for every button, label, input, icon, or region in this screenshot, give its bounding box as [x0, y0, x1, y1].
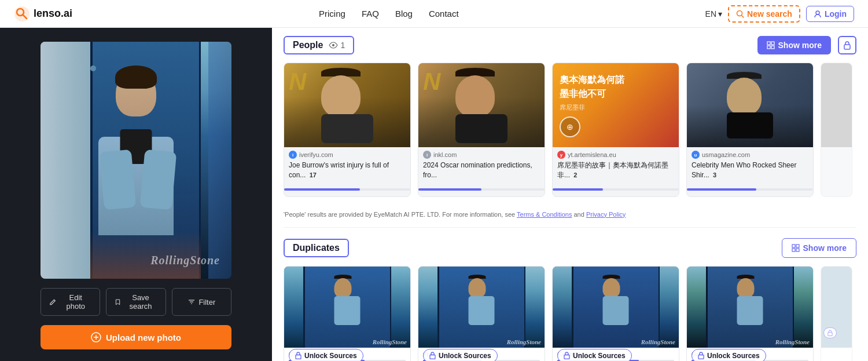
svg-rect-16: [771, 46, 774, 49]
unlock-sources-button[interactable]: Unlock Sources: [423, 349, 498, 361]
new-search-button[interactable]: New search: [728, 5, 800, 23]
privacy-link[interactable]: Privacy Policy: [586, 211, 626, 218]
progress-bar-row: [284, 188, 410, 196]
section-divider: [284, 227, 856, 228]
expand-icon: [792, 244, 800, 252]
filter-button[interactable]: Filter: [172, 288, 231, 316]
duplicates-section: Duplicates Show more: [272, 230, 868, 361]
source-dot: u: [692, 151, 700, 159]
lock-icon: [295, 352, 301, 359]
card-meta: i iverifyu.com Joe Burrow's wrist injury…: [284, 147, 410, 185]
duplicate-result-card[interactable]: RollingStone Unlock Sources #bw addict […: [418, 266, 545, 361]
dup-watermark: RollingStone: [507, 338, 541, 345]
duplicate-result-card[interactable]: RollingStone Unlock Sources Cilian Mu [.…: [552, 266, 679, 361]
card-meta: y yt.artemislena.eu 席尼墨菲的故事｜奧本海默為何諾墨非...…: [553, 147, 679, 185]
language-selector[interactable]: EN ▾: [705, 9, 722, 19]
svg-rect-18: [792, 245, 795, 247]
edit-icon: [49, 298, 57, 306]
unlock-sources-button[interactable]: Unlock Sources: [289, 349, 363, 361]
svg-line-4: [742, 15, 744, 17]
svg-rect-22: [296, 355, 301, 359]
svg-rect-17: [844, 45, 850, 49]
progress-bar-row: [687, 188, 813, 196]
people-eye-count: 1: [329, 41, 345, 50]
nav-pricing[interactable]: Pricing: [319, 9, 345, 19]
main-nav: Pricing FAQ Blog Contact: [319, 9, 459, 19]
upload-new-photo-button[interactable]: Upload new photo: [41, 325, 231, 349]
source-dot: i: [423, 151, 431, 159]
logo-icon: [14, 6, 30, 22]
people-results-grid: N i iverifyu.com Joe Burrow's wrist inju…: [284, 63, 856, 203]
eye-icon: [329, 42, 338, 49]
svg-rect-14: [771, 42, 774, 45]
privacy-notice: 'People' results are provided by EyeMatc…: [272, 207, 868, 225]
terms-link[interactable]: Terms & Conditions: [517, 211, 572, 218]
card-source: y yt.artemislena.eu: [557, 151, 674, 159]
source-dot: y: [557, 151, 565, 159]
svg-point-12: [332, 44, 334, 46]
photo-watermark: RollingStone: [150, 254, 220, 267]
upload-icon: [91, 332, 101, 342]
card-title: 2024 Oscar nomination predictions, fro..…: [423, 161, 540, 180]
dup-watermark: RollingStone: [775, 338, 810, 345]
lock-icon: [564, 352, 570, 359]
svg-rect-21: [796, 249, 799, 251]
duplicates-results-grid: RollingStone Unlock Sources CILLIAN MU […: [284, 266, 856, 361]
people-result-card[interactable]: 奧本海默為何諾墨非他不可 席尼墨菲 ⊕ y yt.artemislena.eu …: [552, 63, 679, 197]
card-meta: u usmagazine.com Celebrity Men Who Rocke…: [687, 147, 813, 185]
logo[interactable]: lenso.ai: [14, 6, 72, 22]
people-section: People 1: [272, 28, 868, 207]
left-panel: RollingStone Edit photo Save search: [0, 28, 272, 361]
svg-rect-23: [430, 355, 435, 359]
svg-rect-19: [796, 245, 799, 247]
svg-point-5: [816, 11, 819, 14]
svg-rect-13: [767, 42, 770, 45]
bookmark-icon: [115, 298, 121, 306]
unlock-sources-button[interactable]: Unlock Sources: [557, 349, 632, 361]
cn-logo: ⊕: [560, 116, 580, 137]
people-result-card[interactable]: N i inkl.com 2024 Oscar nomination predi…: [418, 63, 545, 197]
uploaded-photo: RollingStone: [41, 42, 231, 279]
svg-rect-26: [828, 332, 832, 336]
unlock-sources-button[interactable]: Unlock Sources: [692, 349, 766, 361]
header-right: EN ▾ New search Login: [705, 5, 854, 23]
dup-watermark: RollingStone: [641, 338, 675, 345]
svg-rect-24: [564, 355, 569, 359]
right-panel: People 1: [272, 28, 868, 361]
lock-icon: [698, 352, 704, 359]
lock-icon: [827, 330, 833, 336]
duplicates-section-right: Show more: [782, 238, 856, 258]
chevron-down-icon: ▾: [718, 9, 722, 19]
expand-icon: [767, 41, 775, 49]
progress-bar-row: [418, 188, 545, 196]
people-result-card[interactable]: u usmagazine.com Celebrity Men Who Rocke…: [686, 63, 814, 197]
action-buttons-row: Edit photo Save search Filter: [41, 288, 231, 316]
people-section-header: People 1: [284, 36, 856, 54]
header: lenso.ai Pricing FAQ Blog Contact EN ▾ N…: [0, 0, 868, 28]
duplicate-result-card[interactable]: RollingStone Unlock Sources CILLIAN MU […: [284, 266, 411, 361]
card-source: i iverifyu.com: [289, 151, 406, 159]
people-lock-button[interactable]: [838, 36, 856, 54]
save-search-button[interactable]: Save search: [106, 288, 165, 316]
nav-blog[interactable]: Blog: [395, 9, 413, 19]
people-result-card[interactable]: N i iverifyu.com Joe Burrow's wrist inju…: [284, 63, 411, 197]
duplicate-result-card[interactable]: RollingStone Unlock Sources Groly do [..…: [686, 266, 814, 361]
lock-icon: [429, 352, 436, 359]
nav-faq[interactable]: FAQ: [362, 9, 379, 19]
source-dot: i: [289, 151, 297, 159]
duplicates-title-box: Duplicates: [284, 239, 349, 257]
dup-watermark: RollingStone: [373, 338, 407, 345]
search-icon: [736, 10, 744, 18]
edit-photo-button[interactable]: Edit photo: [41, 288, 100, 316]
people-title-box: People 1: [284, 36, 354, 54]
source-url: iverifyu.com: [299, 151, 333, 158]
duplicates-show-more-button[interactable]: Show more: [782, 238, 856, 258]
nav-contact[interactable]: Contact: [429, 9, 459, 19]
people-section-right: Show more: [757, 36, 856, 54]
card-title: 席尼墨菲的故事｜奧本海默為何諾墨非... 2: [557, 161, 674, 180]
source-url: yt.artemislena.eu: [568, 151, 616, 158]
people-show-more-button[interactable]: Show more: [757, 36, 831, 54]
duplicates-title: Duplicates: [293, 243, 340, 253]
login-button[interactable]: Login: [806, 6, 854, 22]
svg-rect-15: [767, 46, 770, 49]
